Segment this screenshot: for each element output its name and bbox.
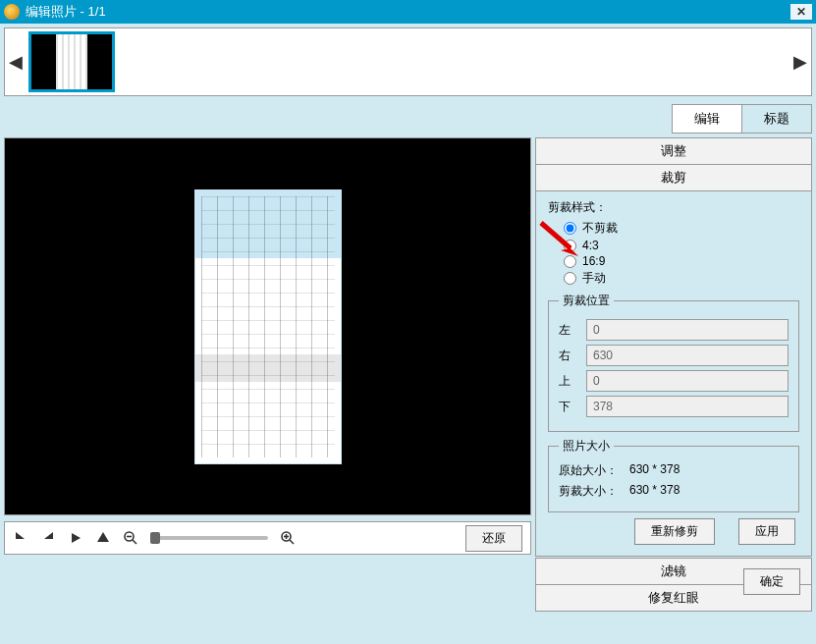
photo-size-fieldset: 照片大小 原始大小：630 * 378 剪裁大小：630 * 378 (548, 438, 799, 512)
ok-button[interactable]: 确定 (743, 568, 800, 595)
accordion-adjust[interactable]: 调整 (535, 137, 812, 165)
photo-size-legend: 照片大小 (559, 438, 614, 455)
right-label: 右 (559, 348, 576, 364)
radio-none[interactable] (564, 222, 576, 235)
window-title: 编辑照片 - 1/1 (26, 3, 790, 21)
radio-none-label: 不剪裁 (582, 220, 618, 237)
restore-button[interactable]: 还原 (465, 525, 522, 552)
side-panel: 调整 裁剪 剪裁样式： 不剪裁 4:3 16:9 手动 剪裁位置 左 右 上 下 (535, 137, 812, 557)
accordion-crop[interactable]: 裁剪 (535, 164, 812, 191)
recrop-button[interactable]: 重新修剪 (634, 518, 715, 545)
zoom-slider[interactable] (150, 536, 268, 540)
tabs: 编辑 标题 (0, 104, 816, 134)
filmstrip-prev[interactable]: ◀ (5, 28, 27, 95)
right-input[interactable] (586, 345, 789, 366)
radio-manual-label: 手动 (582, 270, 606, 287)
flip-icon[interactable] (95, 530, 111, 546)
play-icon[interactable] (68, 530, 83, 546)
crop-style-label: 剪裁样式： (548, 199, 799, 216)
bottom-input[interactable] (586, 396, 789, 417)
thumbnails (27, 28, 789, 95)
orig-size-label: 原始大小： (559, 462, 629, 479)
radio-43[interactable] (564, 240, 576, 252)
svg-line-1 (133, 540, 136, 544)
radio-43-label: 4:3 (582, 239, 599, 252)
preview-image[interactable] (194, 189, 342, 464)
bottom-label: 下 (559, 399, 576, 415)
preview-area (4, 137, 531, 515)
crop-size-value: 630 * 378 (629, 483, 680, 500)
top-label: 上 (559, 373, 576, 390)
left-input[interactable] (586, 319, 789, 341)
thumbnail[interactable] (28, 31, 115, 92)
app-icon (4, 4, 20, 20)
zoom-out-icon[interactable] (123, 530, 138, 546)
radio-manual[interactable] (564, 272, 576, 285)
filmstrip: ◀ ▶ (4, 27, 812, 96)
tab-caption[interactable]: 标题 (741, 104, 812, 134)
radio-169[interactable] (564, 255, 576, 268)
left-label: 左 (559, 322, 576, 339)
svg-line-4 (290, 540, 294, 544)
filmstrip-next[interactable]: ▶ (789, 28, 811, 95)
crop-position-legend: 剪裁位置 (559, 293, 614, 309)
crop-size-label: 剪裁大小： (559, 483, 629, 500)
preview-toolbar: 还原 (4, 521, 531, 555)
zoom-in-icon[interactable] (280, 530, 296, 546)
orig-size-value: 630 * 378 (629, 462, 680, 479)
crop-panel: 剪裁样式： 不剪裁 4:3 16:9 手动 剪裁位置 左 右 上 下 照片大小 … (536, 191, 811, 559)
top-input[interactable] (586, 370, 789, 392)
rotate-right-icon[interactable] (40, 530, 56, 546)
crop-position-fieldset: 剪裁位置 左 右 上 下 (548, 293, 799, 432)
titlebar: 编辑照片 - 1/1 ✕ (0, 0, 816, 24)
apply-button[interactable]: 应用 (738, 518, 795, 545)
close-button[interactable]: ✕ (790, 4, 812, 20)
tab-edit[interactable]: 编辑 (672, 104, 742, 134)
radio-169-label: 16:9 (582, 254, 605, 268)
rotate-left-icon[interactable] (13, 530, 28, 546)
